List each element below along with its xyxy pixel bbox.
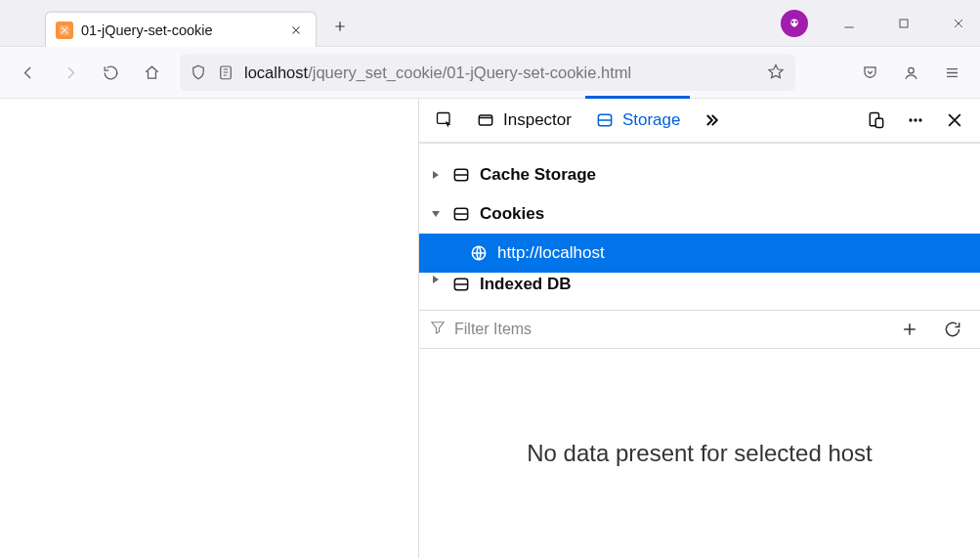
add-item-button[interactable] [892,312,927,347]
refresh-button[interactable] [935,312,970,347]
url-text: localhost/jquery_set_cookie/01-jQuery-se… [244,64,756,82]
pick-element-button[interactable] [427,98,462,143]
devtools-toolbar: Inspector Storage [419,99,980,144]
storage-icon [450,275,472,294]
storage-data-pane: No data present for selected host [419,349,980,558]
storage-tab-label: Storage [622,110,681,130]
browser-tab-strip: 01-jQuery-set-cookie [0,0,980,47]
tree-label: http://localhost [497,243,605,263]
svg-point-12 [909,118,912,121]
empty-state-message: No data present for selected host [527,440,873,467]
tree-cache-storage[interactable]: Cache Storage [419,155,980,194]
chevron-right-icon [429,275,443,284]
browser-navbar: localhost/jquery_set_cookie/01-jQuery-se… [0,47,980,99]
window-controls [781,0,972,47]
devtools-menu-button[interactable] [898,98,933,143]
storage-tab[interactable]: Storage [585,98,691,143]
devtools-panel: Inspector Storage [418,99,980,558]
home-button[interactable] [135,56,168,89]
page-info-icon[interactable] [217,64,234,81]
storage-tree: Cache Storage Cookies http://localhost I… [419,144,980,310]
svg-point-13 [914,118,916,121]
globe-icon [468,243,490,263]
close-tab-button[interactable] [286,21,306,40]
new-tab-button[interactable] [324,11,356,42]
svg-rect-4 [900,20,908,27]
app-menu-button[interactable] [935,56,968,89]
page-viewport [0,99,418,558]
tree-cookies-host[interactable]: http://localhost [419,234,980,273]
content-area: Inspector Storage [0,99,980,558]
tree-label: Indexed DB [480,275,572,294]
close-devtools-button[interactable] [937,98,972,143]
bookmark-star-icon[interactable] [766,63,786,82]
storage-filter-bar [419,310,980,349]
maximize-button[interactable] [890,10,917,37]
browser-tab[interactable]: 01-jQuery-set-cookie [45,12,317,47]
svg-point-6 [908,67,914,73]
url-bar[interactable]: localhost/jquery_set_cookie/01-jQuery-se… [180,54,795,91]
chevron-down-icon [429,209,443,219]
svg-point-14 [918,118,921,121]
inspector-tab-label: Inspector [503,110,572,130]
svg-point-2 [791,21,793,22]
forward-button[interactable] [53,56,86,89]
xampp-icon [56,21,73,39]
svg-point-3 [795,21,797,22]
tab-title: 01-jQuery-set-cookie [81,22,286,38]
chevron-right-icon [429,170,443,180]
close-window-button[interactable] [945,10,972,37]
minimize-button[interactable] [835,10,863,37]
filter-icon [429,319,447,340]
back-button[interactable] [12,56,45,89]
filter-input[interactable] [454,321,884,338]
svg-rect-7 [438,113,450,124]
reload-button[interactable] [94,56,127,89]
account-icon[interactable] [894,56,927,89]
pocket-icon[interactable] [853,56,886,89]
responsive-design-button[interactable] [859,98,894,143]
tree-cookies[interactable]: Cookies [419,194,980,234]
inspector-tab[interactable]: Inspector [466,98,581,143]
tree-label: Cache Storage [480,165,596,185]
more-tools-button[interactable] [694,98,729,143]
firefox-account-icon[interactable] [781,10,808,37]
storage-icon [450,204,472,224]
svg-rect-8 [479,115,491,125]
storage-icon [450,165,472,185]
svg-rect-11 [875,118,883,127]
tree-label: Cookies [480,204,544,224]
shield-icon[interactable] [190,64,207,81]
